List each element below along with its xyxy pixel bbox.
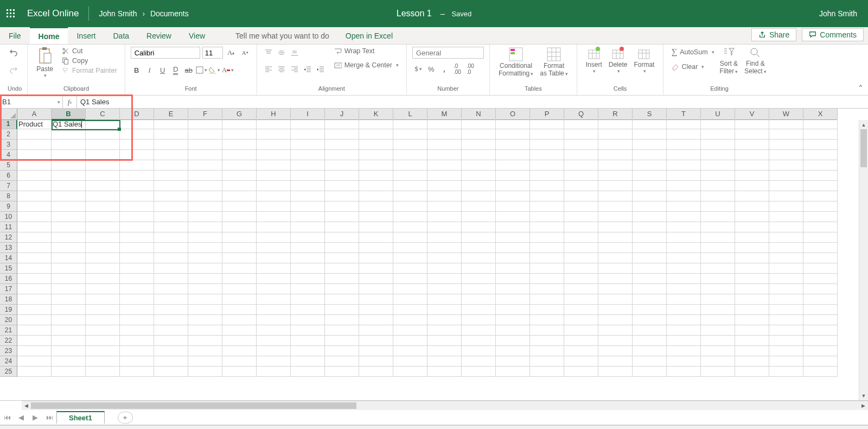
cell-P25[interactable]: [530, 367, 564, 377]
cell-B4[interactable]: [52, 150, 86, 160]
cell-G5[interactable]: [222, 160, 257, 171]
cell-L3[interactable]: [393, 140, 427, 150]
cell-A7[interactable]: [17, 181, 52, 191]
cell-U1[interactable]: [701, 119, 735, 129]
row-header-19[interactable]: 19: [0, 305, 17, 315]
cell-R24[interactable]: [598, 356, 633, 367]
cell-U15[interactable]: [701, 263, 735, 274]
cell-M2[interactable]: [427, 129, 462, 140]
cell-F17[interactable]: [188, 284, 222, 294]
column-header-N[interactable]: N: [462, 109, 496, 120]
cell-R9[interactable]: [598, 201, 633, 212]
tab-view[interactable]: View: [180, 27, 214, 44]
scroll-left-button[interactable]: ◀: [22, 401, 31, 410]
cell-C5[interactable]: [86, 160, 120, 171]
cell-U18[interactable]: [701, 294, 735, 305]
cell-M16[interactable]: [427, 274, 462, 284]
cell-W2[interactable]: [769, 129, 803, 140]
cell-H17[interactable]: [257, 284, 291, 294]
cell-J17[interactable]: [325, 284, 359, 294]
cell-G23[interactable]: [222, 346, 257, 356]
cell-N8[interactable]: [462, 191, 496, 201]
cell-P1[interactable]: [530, 119, 564, 129]
cell-F13[interactable]: [188, 243, 222, 253]
cell-A24[interactable]: [17, 356, 52, 367]
cell-F11[interactable]: [188, 222, 222, 232]
cell-A17[interactable]: [17, 284, 52, 294]
wrap-text-button[interactable]: Wrap Text: [332, 47, 401, 55]
cell-W13[interactable]: [769, 243, 803, 253]
cell-H11[interactable]: [257, 222, 291, 232]
cell-P17[interactable]: [530, 284, 564, 294]
cell-Q7[interactable]: [564, 181, 598, 191]
cell-T18[interactable]: [667, 294, 701, 305]
cell-O15[interactable]: [496, 263, 530, 274]
cell-C9[interactable]: [86, 201, 120, 212]
select-all-corner[interactable]: [0, 109, 17, 120]
align-left-button[interactable]: [263, 63, 275, 75]
cell-I5[interactable]: [291, 160, 325, 171]
cell-B7[interactable]: [52, 181, 86, 191]
sheet-tab-active[interactable]: Sheet1: [56, 411, 105, 424]
cell-U21[interactable]: [701, 325, 735, 336]
cell-F23[interactable]: [188, 346, 222, 356]
cell-E22[interactable]: [154, 336, 188, 346]
cell-G4[interactable]: [222, 150, 257, 160]
cell-Q20[interactable]: [564, 315, 598, 325]
cell-I17[interactable]: [291, 284, 325, 294]
scroll-right-button[interactable]: ▶: [859, 401, 868, 410]
cell-R11[interactable]: [598, 222, 633, 232]
add-sheet-button[interactable]: ＋: [118, 412, 133, 424]
cell-P23[interactable]: [530, 346, 564, 356]
cell-V24[interactable]: [735, 356, 769, 367]
cell-T12[interactable]: [667, 232, 701, 243]
cell-K9[interactable]: [359, 201, 393, 212]
cell-Q18[interactable]: [564, 294, 598, 305]
cell-K12[interactable]: [359, 232, 393, 243]
cell-V14[interactable]: [735, 253, 769, 263]
cell-L12[interactable]: [393, 232, 427, 243]
strikethrough-button[interactable]: ab: [183, 64, 195, 76]
cell-Q4[interactable]: [564, 150, 598, 160]
cell-V4[interactable]: [735, 150, 769, 160]
cell-G24[interactable]: [222, 356, 257, 367]
app-launcher-icon[interactable]: [0, 0, 22, 27]
cell-U17[interactable]: [701, 284, 735, 294]
cell-I19[interactable]: [291, 305, 325, 315]
italic-button[interactable]: I: [144, 64, 156, 76]
cell-A16[interactable]: [17, 274, 52, 284]
cell-L14[interactable]: [393, 253, 427, 263]
cell-Q17[interactable]: [564, 284, 598, 294]
bold-button[interactable]: B: [131, 64, 143, 76]
cell-X22[interactable]: [803, 336, 838, 346]
cell-S5[interactable]: [633, 160, 667, 171]
align-right-button[interactable]: [289, 63, 301, 75]
row-header-7[interactable]: 7: [0, 181, 17, 191]
cell-F20[interactable]: [188, 315, 222, 325]
cell-G14[interactable]: [222, 253, 257, 263]
cell-W12[interactable]: [769, 232, 803, 243]
cell-E25[interactable]: [154, 367, 188, 377]
cell-M21[interactable]: [427, 325, 462, 336]
cell-V12[interactable]: [735, 232, 769, 243]
align-top-button[interactable]: [263, 47, 275, 59]
column-header-T[interactable]: T: [667, 109, 701, 120]
cell-D16[interactable]: [120, 274, 154, 284]
cell-K15[interactable]: [359, 263, 393, 274]
column-header-V[interactable]: V: [735, 109, 769, 120]
breadcrumb-folder[interactable]: Documents: [150, 9, 189, 18]
cell-J19[interactable]: [325, 305, 359, 315]
cell-T11[interactable]: [667, 222, 701, 232]
cell-V7[interactable]: [735, 181, 769, 191]
cell-F3[interactable]: [188, 140, 222, 150]
cell-W9[interactable]: [769, 201, 803, 212]
column-header-H[interactable]: H: [257, 109, 291, 120]
cell-C3[interactable]: [86, 140, 120, 150]
cell-L24[interactable]: [393, 356, 427, 367]
cell-U10[interactable]: [701, 212, 735, 222]
cell-M18[interactable]: [427, 294, 462, 305]
cell-F5[interactable]: [188, 160, 222, 171]
column-header-E[interactable]: E: [154, 109, 188, 120]
cell-J3[interactable]: [325, 140, 359, 150]
cell-D12[interactable]: [120, 232, 154, 243]
